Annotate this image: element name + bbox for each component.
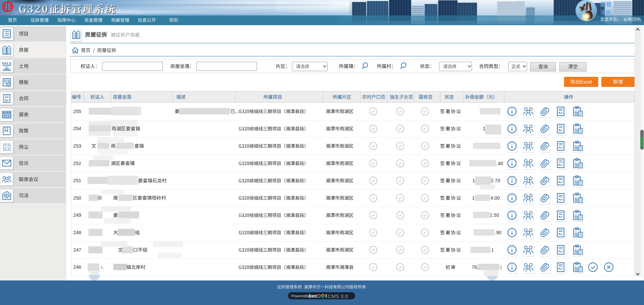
svg-text:2.70: 2.70 [491, 178, 500, 183]
svg-text:249: 249 [73, 212, 81, 218]
svg-text:255: 255 [73, 109, 81, 114]
svg-text:.40: .40 [497, 161, 503, 166]
svg-text:1: 1 [472, 178, 475, 183]
svg-text:246: 246 [73, 264, 81, 270]
svg-text:Poweredby: Poweredby [291, 294, 310, 298]
svg-text:1: 1 [483, 126, 485, 131]
svg-text:1.50: 1.50 [490, 212, 499, 218]
svg-text:SALE: SALE [2, 61, 11, 65]
svg-text:1: 1 [472, 195, 475, 201]
svg-text:248: 248 [73, 230, 81, 235]
svg-text:bec: bec [309, 293, 317, 299]
svg-text:252: 252 [73, 161, 81, 166]
svg-text:250: 250 [73, 195, 81, 201]
svg-text:247: 247 [73, 247, 81, 253]
svg-text:76,: 76, [472, 264, 478, 270]
svg-text:4.00: 4.00 [490, 195, 500, 201]
svg-text:251: 251 [73, 178, 81, 183]
svg-text:CMS 3.0: CMS 3.0 [328, 293, 348, 299]
svg-text:): ) [500, 265, 502, 270]
svg-text:.90: .90 [495, 230, 502, 235]
svg-text:254: 254 [73, 126, 81, 131]
svg-text:i..: i.. [101, 265, 104, 270]
svg-text:1: 1 [491, 247, 494, 253]
svg-text:253: 253 [73, 143, 81, 149]
svg-text:l: l [326, 293, 327, 299]
